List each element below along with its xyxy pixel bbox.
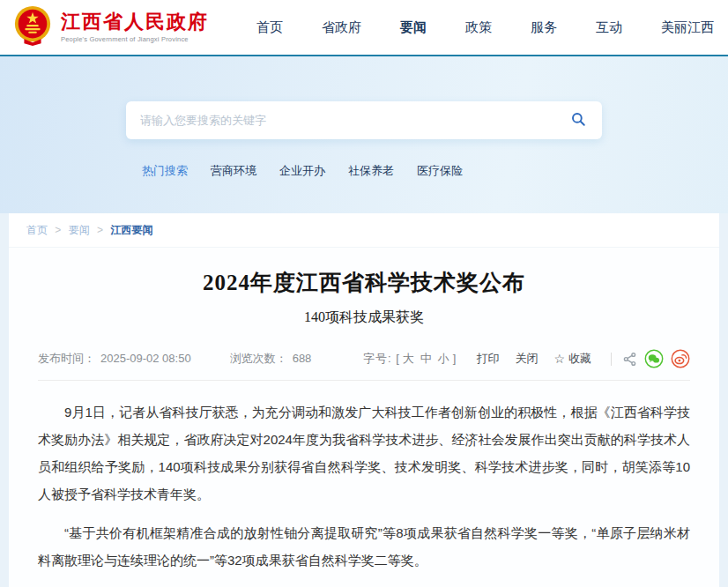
fontsize-small-button[interactable]: 小 — [438, 352, 450, 365]
main-nav: 首页 省政府 要闻 政策 服务 互动 美丽江西 — [256, 19, 714, 36]
publish-time-label: 发布时间： — [38, 352, 95, 365]
hot-link-business-environment[interactable]: 营商环境 — [211, 163, 256, 179]
article-title: 2024年度江西省科学技术奖公布 — [9, 268, 719, 297]
hot-search-label: 热门搜索 — [142, 163, 188, 179]
breadcrumb-separator: > — [55, 224, 61, 236]
site-name-english: People's Government of Jiangxi Province — [61, 35, 209, 43]
search-input[interactable] — [140, 114, 568, 127]
site-header: 江西省人民政府 People's Government of Jiangxi P… — [0, 0, 728, 56]
fontsize-control: 字号: [大中小] — [363, 351, 457, 367]
article-meta-row: 发布时间：2025-09-02 08:50浏览次数：688 字号: [大中小] … — [38, 349, 690, 381]
article-body: 9月1日，记者从省科技厅获悉，为充分调动和激发广大科技工作者创新创业的积极性，根… — [9, 381, 719, 587]
article-paragraph: “基于共价有机框架精准合成的放射性铀分离提取研究”等8项成果获省自然科学奖一等奖… — [38, 519, 690, 574]
views-value: 688 — [293, 352, 312, 365]
breadcrumb: 首页 > 要闻 > 江西要闻 — [9, 213, 719, 248]
fontsize-medium-button[interactable]: 中 — [420, 352, 433, 365]
meta-divider — [611, 353, 612, 366]
favorite-button[interactable]: ☆收藏 — [553, 351, 591, 367]
wechat-share-icon[interactable] — [644, 349, 664, 368]
site-name: 江西省人民政府 — [61, 11, 209, 33]
meta-right: 字号: [大中小] 打印 关闭 ☆收藏 — [363, 349, 690, 368]
share-icon[interactable] — [622, 352, 637, 367]
nav-item-interaction[interactable]: 互动 — [596, 19, 622, 36]
breadcrumb-news[interactable]: 要闻 — [69, 224, 90, 236]
search-button[interactable] — [568, 109, 588, 131]
breadcrumb-home[interactable]: 首页 — [26, 224, 48, 236]
search-box — [126, 101, 602, 139]
site-logo[interactable]: 江西省人民政府 People's Government of Jiangxi P… — [12, 5, 209, 49]
search-banner: 热门搜索 营商环境 企业开办 社保养老 医疗保险 — [0, 56, 728, 213]
breadcrumb-separator: > — [97, 224, 103, 236]
meta-left: 发布时间：2025-09-02 08:50浏览次数：688 — [38, 351, 316, 367]
hot-link-company-registration[interactable]: 企业开办 — [279, 163, 325, 179]
search-icon — [570, 111, 586, 130]
hot-link-social-security[interactable]: 社保养老 — [348, 163, 394, 179]
views-label: 浏览次数： — [230, 352, 287, 365]
nav-item-news[interactable]: 要闻 — [400, 19, 427, 36]
national-emblem-icon — [12, 5, 53, 49]
weibo-share-icon[interactable] — [671, 349, 690, 368]
nav-item-services[interactable]: 服务 — [531, 19, 557, 36]
fontsize-bracket-close: ] — [453, 352, 457, 365]
hot-link-medical-insurance[interactable]: 医疗保险 — [417, 163, 463, 179]
print-button[interactable]: 打印 — [476, 351, 499, 367]
share-icon-group — [622, 349, 690, 368]
fontsize-bracket-open: [ — [396, 352, 400, 365]
article-subtitle: 140项科技成果获奖 — [9, 308, 719, 327]
favorite-label: 收藏 — [568, 351, 591, 367]
logo-text: 江西省人民政府 People's Government of Jiangxi P… — [61, 11, 209, 43]
publish-time-value: 2025-09-02 08:50 — [100, 352, 191, 365]
nav-item-beautiful-jiangxi[interactable]: 美丽江西 — [661, 19, 714, 36]
close-button[interactable]: 关闭 — [515, 351, 538, 367]
breadcrumb-current: 江西要闻 — [110, 224, 152, 236]
article-paragraph: 9月1日，记者从省科技厅获悉，为充分调动和激发广大科技工作者创新创业的积极性，根… — [38, 398, 690, 508]
nav-item-policy[interactable]: 政策 — [465, 19, 492, 36]
fontsize-label: 字号: — [363, 352, 392, 365]
nav-item-provincial-government[interactable]: 省政府 — [322, 19, 361, 36]
fontsize-large-button[interactable]: 大 — [403, 352, 415, 365]
nav-item-home[interactable]: 首页 — [256, 19, 283, 36]
content-card: 首页 > 要闻 > 江西要闻 2024年度江西省科学技术奖公布 140项科技成果… — [9, 213, 719, 587]
hot-search-row: 热门搜索 营商环境 企业开办 社保养老 医疗保险 — [126, 163, 602, 179]
star-icon: ☆ — [553, 352, 565, 366]
